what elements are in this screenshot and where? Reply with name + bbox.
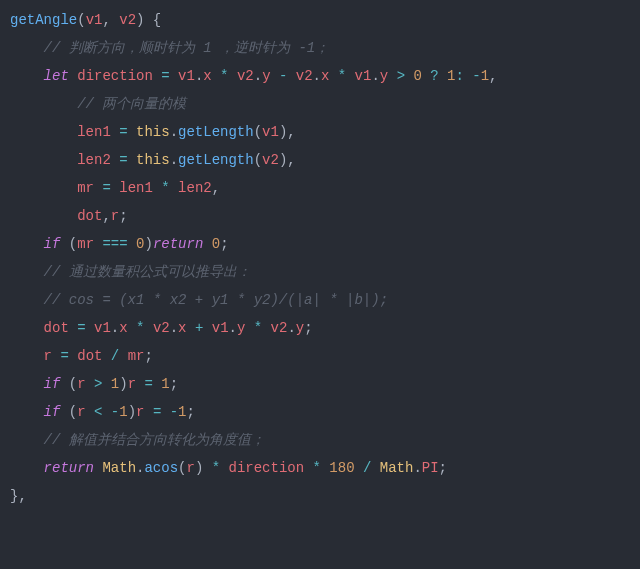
code-block: getAngle(v1, v2) { // 判断方向，顺时针为 1 ，逆时针为 …	[0, 0, 640, 516]
comment-resolve: // 解值并结合方向转化为角度值；	[44, 432, 265, 448]
comment-cos: // cos = (x1 * x2 + y1 * y2)/(|a| * |b|)…	[44, 292, 388, 308]
comment-mod: // 两个向量的模	[77, 96, 186, 112]
fn-name: getAngle	[10, 12, 77, 28]
comment-direction: // 判断方向，顺时针为 1 ，逆时针为 -1；	[44, 40, 330, 56]
comment-derive: // 通过数量积公式可以推导出：	[44, 264, 251, 280]
